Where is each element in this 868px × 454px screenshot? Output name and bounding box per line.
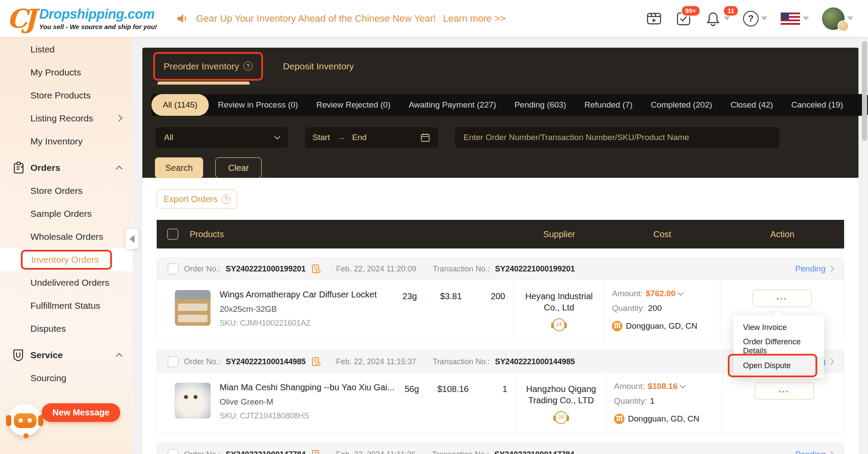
orders-table-header: Products Supplier Cost Action — [157, 220, 844, 248]
main-content: Preorder Inventory ? Deposit Inventory A… — [142, 48, 858, 454]
task-count-badge: 99+ — [681, 5, 700, 16]
status-tab-review-rejected[interactable]: Review Rejected (0) — [307, 94, 400, 116]
help-icon: ? — [221, 195, 230, 204]
sidebar-item-listing-records[interactable]: Listing Records — [0, 107, 133, 130]
product-title[interactable]: Mian Ma Ceshi Shangping --bu Yao Xiu Gai… — [220, 382, 395, 392]
order-number: SY2402221000147784 — [226, 450, 306, 454]
date-range-picker[interactable]: Start → End — [304, 127, 439, 148]
select-all-checkbox[interactable] — [167, 229, 178, 240]
logo-tagline: You sell - We source and ship for you! — [39, 23, 157, 30]
order-invoice-icon[interactable] — [311, 264, 321, 274]
sidebar-item-store-orders[interactable]: Store Orders — [0, 179, 133, 202]
more-actions-button[interactable]: ••• — [753, 290, 812, 307]
brand-logo[interactable]: CJ Dropshipping.com You sell - We source… — [7, 7, 157, 30]
chevron-down-icon[interactable] — [677, 290, 684, 296]
help-icon[interactable]: ? — [243, 62, 253, 71]
menu-item-view-invoice[interactable]: View Invoice — [733, 318, 824, 337]
sidebar-item-store-products[interactable]: Store Products — [0, 84, 133, 107]
export-orders-button[interactable]: Export Orders ? — [157, 189, 237, 209]
supplier-support-icon[interactable]: 24 — [555, 411, 568, 424]
order-checkbox[interactable] — [168, 263, 179, 274]
date-arrow-icon: → — [337, 133, 345, 142]
chevron-down-icon[interactable] — [680, 382, 686, 389]
calendar-icon — [420, 132, 431, 143]
sidebar-section-service[interactable]: Service — [0, 343, 133, 366]
clear-button[interactable]: Clear — [215, 157, 262, 178]
product-weight: 23g — [392, 291, 427, 341]
search-button[interactable]: Search — [155, 157, 203, 178]
status-tab-completed[interactable]: Completed (202) — [641, 94, 721, 116]
supplier-support-icon[interactable]: 24 — [552, 318, 566, 331]
notifications-button[interactable]: 11 — [705, 10, 730, 27]
top-bar: CJ Dropshipping.com You sell - We source… — [0, 0, 868, 37]
product-image[interactable] — [174, 290, 211, 326]
sidebar-item-inventory-orders[interactable]: Inventory Orders — [0, 248, 133, 271]
account-menu[interactable] — [822, 7, 853, 30]
status-tab-pending[interactable]: Pending (603) — [505, 94, 575, 116]
order-invoice-icon[interactable] — [311, 449, 321, 454]
product-variant: 20x25cm-32GB — [220, 304, 392, 314]
announcement-learn-more-link[interactable]: Learn more >> — [443, 13, 506, 24]
product-image[interactable] — [174, 382, 211, 419]
warehouse-icon — [612, 321, 622, 331]
announcement-text: Gear Up Your Inventory Ahead of the Chin… — [196, 13, 436, 24]
service-shield-icon — [12, 349, 24, 362]
status-tab-review-in-process[interactable]: Review in Process (0) — [209, 94, 307, 116]
sidebar-item-sample-orders[interactable]: Sample Orders — [0, 202, 133, 225]
help-menu-button[interactable]: ? — [743, 11, 767, 26]
chevron-down-icon — [847, 16, 853, 20]
menu-item-open-dispute[interactable]: Open Dispute — [733, 356, 824, 375]
new-message-button[interactable]: New Message — [42, 403, 120, 422]
sidebar-item-sourcing[interactable]: Sourcing — [0, 366, 133, 389]
product-variant: Olive Green-M — [220, 397, 395, 407]
more-actions-button[interactable]: ••• — [755, 382, 814, 400]
status-tab-refunded[interactable]: Refunded (7) — [575, 94, 642, 116]
warehouse-location: Dongguan, GD, CN — [626, 321, 697, 331]
order-amount: $762.00 — [646, 289, 676, 298]
sidebar-item-fulfillment-status[interactable]: Fulfillment Status — [0, 294, 133, 317]
collapse-arrow-icon — [129, 235, 135, 243]
tab-preorder-inventory[interactable]: Preorder Inventory ? — [153, 52, 263, 81]
chevron-down-icon — [803, 16, 809, 20]
sidebar-item-my-products[interactable]: My Products — [0, 61, 133, 84]
transaction-number: SY2402221000199201 — [495, 265, 575, 274]
scrollbar-thumb[interactable] — [862, 41, 867, 141]
sidebar-collapse-handle[interactable] — [125, 229, 138, 249]
speaker-icon — [176, 12, 189, 25]
sidebar-section-orders[interactable]: Orders — [0, 156, 133, 179]
membership-badge-icon — [838, 20, 849, 32]
active-tab-underline — [158, 82, 250, 85]
language-selector[interactable] — [780, 12, 809, 25]
order-number: SY2402221000199201 — [226, 265, 306, 274]
status-tab-canceled[interactable]: Canceled (19) — [782, 94, 852, 116]
warehouse-icon — [614, 414, 625, 424]
tab-deposit-inventory[interactable]: Deposit Inventory — [283, 61, 354, 72]
tutorial-video-button[interactable] — [646, 10, 662, 27]
status-tab-awaiting-payment[interactable]: Awaiting Payment (227) — [400, 94, 505, 116]
order-search-input[interactable] — [464, 133, 771, 142]
chat-robot-mascot[interactable] — [8, 404, 43, 439]
status-tab-all[interactable]: All (1145) — [151, 94, 209, 116]
order-checkbox[interactable] — [168, 449, 179, 454]
product-title[interactable]: Wings Aromatherapy Car Diffuser Locket — [220, 290, 392, 300]
sidebar-item-listed[interactable]: Listed — [0, 38, 133, 61]
sidebar-item-disputes[interactable]: Disputes — [0, 317, 133, 340]
sidebar-item-my-inventory[interactable]: My Inventory — [0, 130, 133, 153]
task-center-button[interactable]: 99+ — [675, 10, 692, 27]
category-select[interactable]: All — [155, 127, 289, 148]
status-tab-closed[interactable]: Closed (42) — [721, 94, 782, 116]
order-status-link[interactable]: Pending — [795, 264, 833, 274]
inventory-filter-panel: Preorder Inventory ? Deposit Inventory A… — [142, 48, 858, 178]
sidebar-item-wholesale-orders[interactable]: Wholesale Orders — [0, 225, 133, 248]
orders-clipboard-icon — [12, 161, 25, 174]
logo-brand-name: Dropshipping.com — [39, 7, 157, 22]
order-invoice-icon[interactable] — [311, 356, 321, 367]
product-price: $3.81 — [427, 291, 475, 341]
page-scrollbar[interactable] — [862, 37, 867, 454]
menu-item-order-difference-details[interactable]: Order Difference Details — [733, 337, 824, 356]
sidebar-item-undelivered-orders[interactable]: Undelivered Orders — [0, 271, 133, 294]
column-cost: Cost — [604, 229, 720, 239]
order-quantity: 200 — [648, 304, 662, 313]
order-checkbox[interactable] — [168, 356, 179, 367]
order-status-link[interactable]: Pending — [795, 450, 833, 454]
